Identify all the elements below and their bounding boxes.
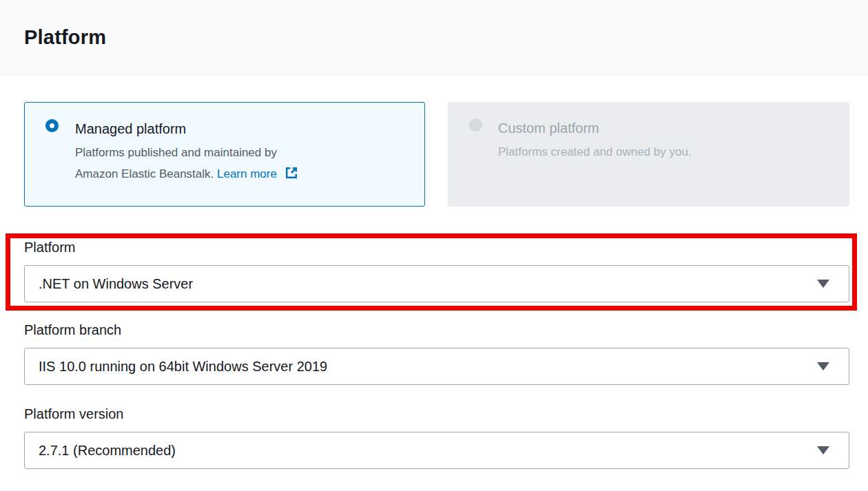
managed-platform-description: Platforms published and maintained by Am… [75,142,298,186]
platform-branch-select-value: IIS 10.0 running on 64bit Windows Server… [39,348,327,384]
managed-description-line2: Amazon Elastic Beanstalk. [75,167,214,180]
caret-down-icon [817,446,829,455]
external-link-icon [285,165,298,186]
platform-select[interactable]: .NET on Windows Server [24,265,849,302]
platform-section: Platform Managed platform Platforms publ… [0,0,868,491]
platform-select-value: .NET on Windows Server [39,266,193,302]
custom-platform-description: Platforms created and owned by you. [498,141,692,163]
page-title: Platform [24,26,106,49]
managed-platform-label: Managed platform [75,120,186,138]
platform-version-select[interactable]: 2.7.1 (Recommended) [24,432,849,469]
radio-checked-icon[interactable] [45,119,59,132]
custom-platform-option-card: Custom platform Platforms created and ow… [448,102,849,207]
section-header: Platform [0,0,868,75]
caret-down-icon [817,280,829,288]
managed-description-line1: Platforms published and maintained by [75,146,277,159]
learn-more-link[interactable]: Learn more [217,167,277,180]
custom-platform-label: Custom platform [498,119,599,137]
caret-down-icon [817,362,829,370]
managed-platform-option-card[interactable]: Managed platform Platforms published and… [24,102,425,207]
platform-branch-select-label: Platform branch [24,321,121,339]
platform-version-select-label: Platform version [24,405,124,423]
platform-branch-select[interactable]: IIS 10.0 running on 64bit Windows Server… [24,348,849,385]
radio-unchecked-icon [469,118,482,132]
platform-version-select-value: 2.7.1 (Recommended) [39,432,176,468]
platform-select-label: Platform [24,238,75,256]
